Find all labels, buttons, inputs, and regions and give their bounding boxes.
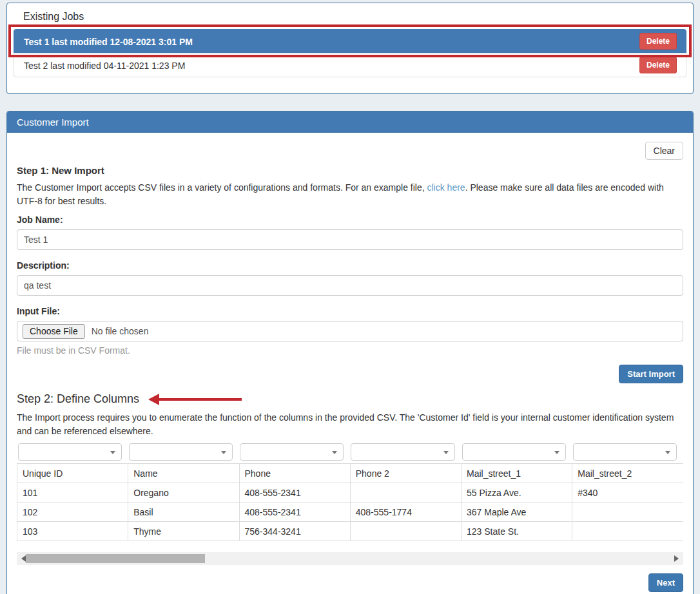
delete-job-button[interactable]: Delete xyxy=(639,57,677,73)
table-cell xyxy=(350,522,461,541)
step2-heading: Step 2: Define Columns xyxy=(17,392,683,406)
existing-jobs-panel: Existing Jobs Test 1 last modified 12-08… xyxy=(6,3,694,94)
existing-jobs-title: Existing Jobs xyxy=(23,11,686,23)
csv-format-hint: File must be in CSV Format. xyxy=(17,345,683,356)
chevron-down-icon xyxy=(665,451,670,454)
table-cell: 55 Pizza Ave. xyxy=(462,483,572,503)
step1-heading: Step 1: New Import xyxy=(17,165,683,176)
table-cell xyxy=(350,483,461,503)
table-cell xyxy=(572,503,683,522)
scroll-right-arrow-icon[interactable] xyxy=(674,555,679,562)
chevron-down-icon xyxy=(110,451,115,454)
csv-preview-table: Unique IDNamePhonePhone 2Mail_street_1Ma… xyxy=(17,441,683,541)
intro-text-before: The Customer Import accepts CSV files in… xyxy=(17,182,427,193)
job-item-test2[interactable]: Test 2 last modified 04-11-2021 1:23 PM … xyxy=(14,53,686,77)
table-cell: 408-555-2341 xyxy=(239,503,350,522)
table-cell: 367 Maple Ave xyxy=(462,503,572,522)
step2-heading-text: Step 2: Define Columns xyxy=(17,392,139,406)
column-header: Name xyxy=(128,464,239,483)
step2-intro: The Import process requires you to enume… xyxy=(17,411,683,438)
table-cell: 408-555-2341 xyxy=(239,483,350,503)
table-header-row: Unique IDNamePhonePhone 2Mail_street_1Ma… xyxy=(17,464,684,483)
clear-button[interactable]: Clear xyxy=(645,142,683,160)
step1-intro: The Customer Import accepts CSV files in… xyxy=(17,181,683,208)
job-name-input[interactable] xyxy=(17,229,683,250)
description-input[interactable] xyxy=(17,275,683,296)
job-list: Test 1 last modified 12-08-2021 3:01 PM … xyxy=(14,29,686,77)
column-mapping-select[interactable] xyxy=(462,443,566,461)
file-input[interactable]: Choose File No file chosen xyxy=(17,321,683,341)
no-file-chosen-text: No file chosen xyxy=(92,326,149,336)
customer-import-body: Clear Step 1: New Import The Customer Im… xyxy=(7,133,693,594)
column-mapping-select[interactable] xyxy=(240,443,344,461)
job-item-test1[interactable]: Test 1 last modified 12-08-2021 3:01 PM … xyxy=(14,29,686,53)
horizontal-scrollbar[interactable] xyxy=(17,552,683,565)
job-label: Test 1 last modified 12-08-2021 3:01 PM xyxy=(24,37,193,47)
annotation-arrow-icon xyxy=(148,394,242,405)
chevron-down-icon xyxy=(554,451,559,454)
column-header: Mail_street_2 xyxy=(572,464,683,483)
job-label: Test 2 last modified 04-11-2021 1:23 PM xyxy=(24,61,185,71)
table-cell: 756-344-3241 xyxy=(239,522,350,541)
table-cell: Oregano xyxy=(128,483,239,503)
column-select-row xyxy=(17,441,684,464)
table-cell: #340 xyxy=(572,483,683,503)
job-name-label: Job Name: xyxy=(17,215,683,225)
column-header: Mail_street_1 xyxy=(462,464,572,483)
table-row: 103Thyme756-344-3241123 State St. xyxy=(17,522,684,541)
delete-job-button[interactable]: Delete xyxy=(639,33,677,50)
input-file-label: Input File: xyxy=(17,306,683,316)
table-cell: 123 State St. xyxy=(462,522,572,541)
table-cell: Basil xyxy=(128,503,239,522)
table-cell: Thyme xyxy=(128,522,239,541)
column-mapping-select[interactable] xyxy=(573,443,677,461)
table-cell xyxy=(572,522,683,541)
chevron-down-icon xyxy=(332,451,337,454)
table-cell: 102 xyxy=(17,503,128,522)
description-label: Description: xyxy=(17,260,683,271)
choose-file-button[interactable]: Choose File xyxy=(23,324,85,339)
chevron-down-icon xyxy=(221,451,226,454)
column-mapping-select[interactable] xyxy=(18,443,122,461)
column-header: Unique ID xyxy=(17,464,128,483)
next-button[interactable]: Next xyxy=(648,573,683,592)
column-header: Phone 2 xyxy=(350,464,461,483)
scroll-left-arrow-icon[interactable] xyxy=(21,555,26,562)
column-header: Phone xyxy=(239,464,350,483)
csv-preview-table-container: Unique IDNamePhonePhone 2Mail_street_1Ma… xyxy=(17,441,683,541)
table-cell: 103 xyxy=(17,522,128,541)
chevron-down-icon xyxy=(443,451,449,454)
example-file-link[interactable]: click here xyxy=(427,182,465,193)
column-mapping-select[interactable] xyxy=(129,443,233,461)
column-mapping-select[interactable] xyxy=(351,443,454,461)
table-row: 102Basil408-555-2341408-555-1774367 Mapl… xyxy=(17,503,684,522)
customer-import-panel: Customer Import Clear Step 1: New Import… xyxy=(6,111,694,594)
table-row: 101Oregano408-555-234155 Pizza Ave.#340 xyxy=(17,483,684,503)
start-import-button[interactable]: Start Import xyxy=(619,365,683,383)
table-cell: 408-555-1774 xyxy=(350,503,461,522)
customer-import-header: Customer Import xyxy=(7,111,693,133)
scrollbar-thumb[interactable] xyxy=(26,554,205,563)
table-body: 101Oregano408-555-234155 Pizza Ave.#3401… xyxy=(17,483,684,541)
table-cell: 101 xyxy=(17,483,128,503)
